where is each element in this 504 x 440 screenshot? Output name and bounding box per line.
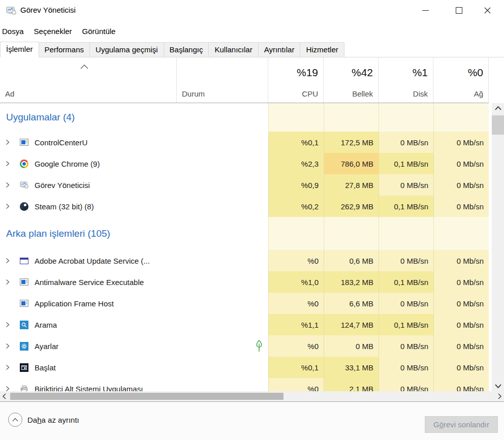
process-name-cell: Görev Yöneticisi <box>0 174 177 196</box>
name-column-header[interactable]: Ad <box>0 57 177 103</box>
expand-chevron-icon[interactable] <box>0 343 15 349</box>
cpu-column-header[interactable]: %19 CPU <box>268 57 324 103</box>
minimize-button[interactable] <box>414 0 437 20</box>
tab[interactable]: Başlangıç <box>164 42 209 57</box>
network-usage-cell: 0 Mb/sn <box>433 378 489 391</box>
process-row[interactable]: Görev Yöneticisi%0,927,8 MB0 MB/sn0 Mb/s… <box>0 174 504 196</box>
usage-cell <box>379 103 433 132</box>
expand-chevron-icon[interactable] <box>0 364 15 370</box>
tab[interactable]: Kullanıcılar <box>208 42 258 57</box>
cpu-total: %19 <box>297 67 318 79</box>
memory-column-header[interactable]: %42 Bellek <box>324 57 379 103</box>
process-row[interactable]: Arama%1,1124,7 MB0,1 MB/sn0 Mb/sn <box>0 314 504 335</box>
memory-usage-cell: 0,6 MB <box>324 250 379 271</box>
memory-total: %42 <box>352 67 373 79</box>
horizontal-scrollbar[interactable] <box>0 391 504 401</box>
network-usage-cell: 0 Mb/sn <box>433 132 489 153</box>
fewer-details-toggle[interactable]: Daha az ayrıntı <box>8 413 79 427</box>
tab[interactable]: Ayrıntılar <box>258 42 301 57</box>
process-name-cell: Arama <box>0 314 177 335</box>
footer-bar: Daha az ayrıntı Görevi sonlandır <box>0 401 504 440</box>
expand-chevron-icon[interactable] <box>0 139 15 145</box>
status-column-header[interactable]: Durum <box>177 57 268 103</box>
memory-column-label: Bellek <box>352 89 373 98</box>
process-name-cell: Biriktirici Alt Sistemi Uygulaması <box>0 378 177 391</box>
menu-item[interactable]: Dosya <box>0 25 28 38</box>
cpu-usage-cell: %0 <box>268 335 324 357</box>
expand-chevron-icon[interactable] <box>0 322 15 328</box>
process-name: Başlat <box>35 363 56 372</box>
network-usage-cell: 0 Mb/sn <box>433 335 489 357</box>
tab[interactable]: Performans <box>39 42 90 57</box>
network-usage-cell: 0 Mb/sn <box>433 153 489 174</box>
usage-cell <box>324 103 379 132</box>
process-row[interactable]: Google Chrome (9)%2,3786,0 MB0,1 MB/sn0 … <box>0 153 504 174</box>
usage-cell <box>433 217 489 250</box>
section-header-row[interactable]: Arka plan işlemleri (105) <box>0 217 504 250</box>
vertical-scrollbar[interactable] <box>492 103 504 391</box>
tab[interactable]: Uygulama geçmişi <box>89 42 164 57</box>
horizontal-scrollbar-thumb[interactable] <box>10 393 284 400</box>
process-name: Arama <box>35 321 57 329</box>
process-name: Biriktirici Alt Sistemi Uygulaması <box>35 385 143 392</box>
start-icon <box>20 363 28 372</box>
process-row[interactable]: Başlat%0,133,1 MB0 MB/sn0 Mb/sn <box>0 357 504 378</box>
tab[interactable]: Hizmetler <box>300 42 344 57</box>
memory-usage-cell: 27,8 MB <box>324 174 379 196</box>
process-name-cell: Başlat <box>0 357 177 378</box>
cpu-usage-cell: %1,0 <box>268 271 324 293</box>
chevron-up-circle-icon <box>8 413 22 427</box>
disk-column-header[interactable]: %1 Disk <box>379 57 433 103</box>
expand-chevron-icon[interactable] <box>0 386 15 391</box>
cpu-usage-cell: %0 <box>268 250 324 271</box>
disk-usage-cell: 0 MB/sn <box>379 250 433 271</box>
cpu-usage-cell: %2,3 <box>268 153 324 174</box>
expand-chevron-icon[interactable] <box>0 203 15 209</box>
expand-chevron-icon[interactable] <box>0 279 15 285</box>
close-button[interactable] <box>476 0 499 20</box>
process-name-cell: Google Chrome (9) <box>0 153 177 174</box>
chevron-up-icon <box>80 65 88 69</box>
scroll-down-icon[interactable] <box>492 381 504 391</box>
status-cell <box>177 271 268 293</box>
expand-chevron-icon[interactable] <box>0 182 15 188</box>
maximize-button[interactable] <box>447 0 470 20</box>
section-header-label: Uygulamalar (4) <box>0 103 268 132</box>
network-column-header[interactable]: %0 Ağ <box>433 57 489 103</box>
vertical-scrollbar-thumb[interactable] <box>492 115 504 135</box>
process-row[interactable]: Antimalware Service Executable%1,0183,2 … <box>0 271 504 293</box>
menu-item[interactable]: Seçenekler <box>30 25 76 38</box>
cpu-usage-cell: %0 <box>268 378 324 391</box>
menu-item[interactable]: Görüntüle <box>78 25 120 38</box>
process-row[interactable]: Application Frame Host%06,6 MB0 MB/sn0 M… <box>0 293 504 314</box>
scroll-right-icon[interactable] <box>495 391 504 401</box>
process-row[interactable]: Adobe Acrobat Update Service (...%00,6 M… <box>0 250 504 271</box>
process-row[interactable]: Ayarlar%00 MB0 MB/sn0 Mb/sn <box>0 335 504 357</box>
usage-cell <box>433 103 489 132</box>
status-cell <box>177 174 268 196</box>
name-column-label: Ad <box>5 89 14 98</box>
expand-chevron-icon[interactable] <box>0 161 15 167</box>
process-row[interactable]: Biriktirici Alt Sistemi Uygulaması%02,1 … <box>0 378 504 391</box>
process-name-cell: Ayarlar <box>0 335 177 357</box>
process-name: Görev Yöneticisi <box>35 181 90 190</box>
tab[interactable]: İşlemler <box>0 42 39 57</box>
memory-usage-cell: 124,7 MB <box>324 314 379 335</box>
disk-usage-cell: 0,1 MB/sn <box>379 314 433 335</box>
title-bar: Görev Yöneticisi <box>0 0 504 22</box>
disk-usage-cell: 0 MB/sn <box>379 335 433 357</box>
section-header-label: Arka plan işlemleri (105) <box>0 217 268 250</box>
end-task-button[interactable]: Görevi sonlandır <box>425 416 498 433</box>
process-name-cell: Adobe Acrobat Update Service (... <box>0 250 177 271</box>
disk-usage-cell: 0 MB/sn <box>379 174 433 196</box>
section-header-row[interactable]: Uygulamalar (4) <box>0 103 504 132</box>
disk-usage-cell: 0 MB/sn <box>379 293 433 314</box>
process-row[interactable]: Steam (32 bit) (8)%0,2262,9 MB0,1 MB/sn0… <box>0 196 504 217</box>
disk-total: %1 <box>413 67 428 79</box>
leaf-icon <box>255 339 263 353</box>
status-column-label: Durum <box>182 89 205 98</box>
scroll-up-icon[interactable] <box>492 103 504 113</box>
process-row[interactable]: ControlCenterU%0,1172,5 MB0 MB/sn0 Mb/sn <box>0 132 504 153</box>
scroll-left-icon[interactable] <box>0 391 9 401</box>
expand-chevron-icon[interactable] <box>0 258 15 264</box>
